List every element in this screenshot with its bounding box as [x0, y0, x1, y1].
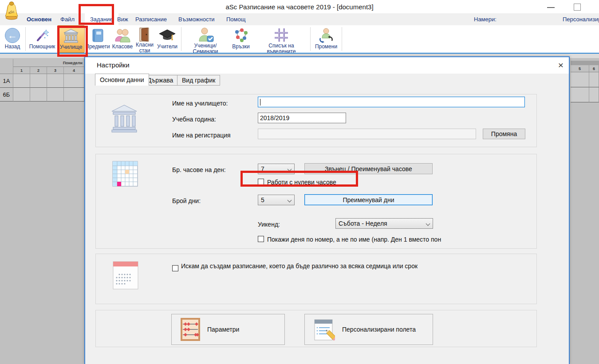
annotation-rect-zero-periods — [240, 171, 358, 187]
annotation-rect-school-button — [57, 26, 88, 57]
settings-dialog: Настройки × Основни данни Държава Вид гр… — [84, 56, 570, 364]
timetable-cell[interactable] — [589, 87, 599, 102]
magic-wand-icon — [35, 27, 50, 44]
calendar-icon — [112, 261, 139, 290]
timetable-cell[interactable] — [64, 88, 84, 102]
class-row-header[interactable]: 6Б — [0, 88, 13, 102]
timetable-cell[interactable] — [47, 88, 64, 102]
registration-label: Име на регистрация — [172, 132, 231, 139]
two-people-icon — [114, 27, 130, 44]
school-name-label: Име на училището: — [172, 100, 228, 107]
changes-button[interactable]: Промени — [312, 25, 340, 53]
constraints-button[interactable]: Списък на въведените ограничения — [254, 25, 309, 53]
timetable-cell[interactable] — [30, 74, 47, 88]
rename-days-button[interactable]: Преименувай дни — [304, 194, 433, 205]
timetable-cell[interactable] — [13, 88, 30, 102]
menu-razpisanie[interactable]: Разписание — [130, 13, 172, 25]
school-year-input[interactable]: 2018/2019 — [258, 113, 346, 123]
timetable-cell[interactable] — [571, 87, 589, 102]
students-button[interactable]: Ученици/Семинари — [183, 25, 228, 53]
menu-pomosht[interactable]: Помощ — [221, 13, 251, 25]
parameters-button[interactable]: Параметри — [171, 314, 285, 345]
molecule-icon — [232, 27, 250, 44]
dialog-title: Настройки — [97, 61, 130, 69]
tab-basic-data[interactable]: Основни данни — [95, 74, 149, 86]
maximize-icon[interactable] — [574, 4, 581, 11]
menu-vazmojnosti[interactable]: Възможности — [173, 13, 220, 25]
find-label: Намери: — [474, 16, 497, 23]
toolbar-separator — [181, 27, 181, 51]
change-registration-button[interactable]: Промяна — [483, 129, 525, 139]
hours-per-day-label: Бр. часове на ден: — [172, 166, 226, 173]
grid-period-header: 6 — [589, 65, 599, 72]
school-building-icon — [110, 103, 138, 133]
grid-period-header: 2 — [30, 67, 47, 74]
chevron-down-icon — [288, 198, 292, 203]
assistant-button[interactable]: Помощник — [27, 25, 57, 53]
day-number-checkbox-label[interactable]: Покажи деня по номер, а не по име (напр.… — [267, 236, 441, 243]
grid-day-header-fragment — [571, 61, 599, 65]
chevron-down-icon — [426, 222, 430, 226]
weekend-label: Уикенд: — [258, 221, 280, 228]
grid-corner-cell — [0, 59, 13, 74]
custom-fields-button[interactable]: Персонализирани полета — [304, 314, 433, 345]
timetable-cell[interactable] — [64, 74, 84, 88]
toolbar: ← Назад Помощник — [0, 25, 599, 53]
links-button[interactable]: Връзки — [228, 25, 254, 53]
minimize-icon[interactable] — [547, 7, 555, 8]
days-count-select[interactable]: 5 — [258, 195, 295, 205]
toolbar-separator — [25, 27, 26, 51]
toolbar-separator — [310, 27, 311, 51]
different-weeks-checkbox[interactable] — [172, 265, 178, 271]
teachers-button[interactable]: Учители — [155, 25, 180, 53]
back-button[interactable]: ← Назад — [1, 25, 24, 53]
menu-fail[interactable]: Файл — [55, 13, 80, 25]
classrooms-button[interactable]: Класни стаи — [134, 25, 155, 53]
mini-timetable-icon — [112, 161, 138, 187]
person-sync-icon — [318, 27, 335, 44]
tab-schedule-type[interactable]: Вид график — [177, 75, 220, 86]
person-check-icon — [197, 27, 214, 43]
registration-input — [258, 129, 476, 139]
grid-period-header: 1 — [13, 67, 30, 74]
extra-buttons-section: Параметри Персонализирани полета — [95, 310, 537, 347]
days-count-label: Брой дни: — [172, 197, 201, 204]
notepad-pencil-icon — [314, 318, 335, 341]
school-info-section: Име на училището: Учебна година: 2018/20… — [95, 94, 537, 147]
periods-section: Бр. часове на ден: 7 Звънец / Преименува… — [95, 154, 537, 249]
back-icon: ← — [5, 27, 20, 44]
grid-period-header: 3 — [47, 67, 64, 74]
timetable-cell[interactable] — [30, 88, 47, 102]
grid-period-header: 4 — [64, 67, 84, 74]
grid-day-header: Понеделн — [13, 59, 84, 67]
abacus-icon — [181, 318, 200, 341]
day-number-checkbox[interactable] — [258, 236, 264, 242]
grid-period-header: 5 — [571, 65, 589, 72]
dialog-tabs: Основни данни Държава Вид график — [85, 74, 569, 86]
weekend-select[interactable]: Събота - Неделя — [335, 218, 433, 229]
toolbar-separator — [342, 27, 342, 51]
dialog-title-bar: Настройки × — [85, 57, 569, 74]
classes-button[interactable]: Класове — [110, 25, 134, 53]
timetable-cell[interactable] — [47, 74, 64, 88]
personalize-command[interactable]: Персонализира — [563, 16, 599, 23]
school-year-label: Учебна година: — [172, 116, 216, 123]
asc-bell-logo-icon: aSc — [4, 1, 20, 20]
timetable-cell[interactable] — [13, 74, 30, 88]
different-weeks-checkbox-label[interactable]: Искам да създам разписание, което да бъд… — [181, 262, 434, 270]
book-icon — [91, 27, 104, 44]
door-icon — [138, 27, 151, 42]
weeks-section: Искам да създам разписание, което да бъд… — [95, 254, 537, 304]
text-caret — [260, 99, 260, 106]
close-icon[interactable]: × — [555, 59, 567, 71]
graduation-cap-icon — [159, 27, 176, 44]
subjects-button[interactable]: Предмети — [85, 25, 110, 53]
school-name-input[interactable] — [258, 97, 525, 107]
class-row-header[interactable]: 1А — [0, 74, 13, 88]
grid-hash-icon — [273, 27, 289, 43]
annotation-rect-menu-zadanie — [79, 4, 114, 25]
timetable-cell[interactable] — [589, 72, 599, 87]
menu-osnoven[interactable]: Основен — [21, 13, 57, 25]
timetable-cell[interactable] — [571, 72, 589, 87]
